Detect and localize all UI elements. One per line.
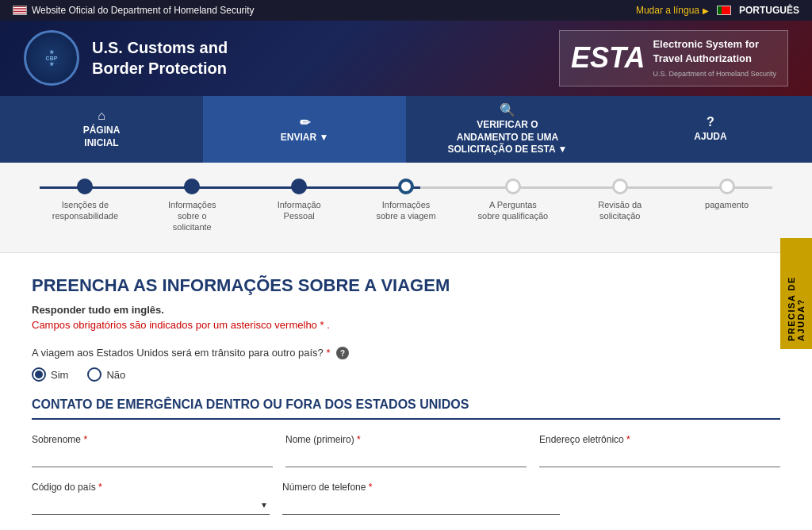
cbp-seal: ★CBP★ (24, 30, 79, 86)
transit-question-text: A viagem aos Estados Unidos será em trân… (32, 347, 780, 360)
nav-help-label: AJUDA (694, 131, 726, 144)
instruction-star: * (320, 319, 324, 331)
transit-help-icon[interactable]: ? (336, 347, 349, 359)
site-header: ★CBP★ U.S. Customs andBorder Protection … (0, 21, 812, 96)
step-1-label: Isenções deresponsabilidade (52, 199, 118, 222)
step-3-label: InformaçãoPessoal (278, 199, 321, 222)
esta-dhs: U.S. Department of Homeland Security (653, 69, 776, 79)
nav-submit[interactable]: ✏ ENVIAR ▼ (203, 96, 406, 163)
top-bar-right: Mudar a língua ▶ PORTUGUÊS (636, 5, 799, 16)
search-icon: 🔍 (500, 102, 515, 117)
instruction-period: . (327, 319, 330, 331)
step-7-circle (719, 179, 735, 194)
radio-yes-option[interactable]: Sim (32, 367, 68, 382)
radio-yes-circle[interactable] (32, 367, 46, 382)
phone-label: Número de telefone * (282, 482, 560, 493)
first-name-input[interactable] (285, 448, 527, 467)
step-2-label: Informaçõessobre osolicitante (168, 199, 216, 233)
step-6-circle (612, 179, 628, 194)
header-left: ★CBP★ U.S. Customs andBorder Protection (24, 30, 228, 86)
home-icon: ⌂ (98, 109, 105, 123)
step-6-label: Revisão dasolicitação (598, 199, 642, 222)
instruction-english: Responder tudo em inglês. (32, 304, 780, 316)
radio-no-circle[interactable] (87, 367, 102, 382)
email-input[interactable] (539, 448, 780, 467)
emergency-section-title: CONTATO DE EMERGÊNCIA DENTRO OU FORA DOS… (32, 398, 780, 420)
transit-question-block: A viagem aos Estados Unidos será em trân… (32, 347, 780, 382)
step-1-circle (77, 179, 93, 194)
last-name-field: Sobrenome * (32, 434, 273, 467)
step-1: Isenções deresponsabilidade (32, 179, 139, 222)
page-title: PREENCHA AS INFORMAÇÕES SOBRE A VIAGEM (32, 275, 780, 296)
step-7-label: pagamento (705, 199, 749, 210)
side-help-container[interactable]: PRECISA DE AJUDA? (780, 238, 812, 349)
step-4-circle (398, 179, 414, 194)
emergency-section: CONTATO DE EMERGÊNCIA DENTRO OU FORA DOS… (32, 398, 780, 515)
step-2-circle (184, 179, 200, 194)
country-code-select-wrapper: +1 (USA) +55 (Brasil) ▼ (32, 496, 270, 515)
nav-home[interactable]: ⌂ PÁGINAINICIAL (0, 96, 203, 163)
esta-wordmark: ESTA (571, 41, 645, 75)
form-row-2: Código do país * +1 (USA) +55 (Brasil) ▼… (32, 482, 780, 515)
current-language: PORTUGUÊS (739, 5, 799, 16)
agency-name: U.S. Customs andBorder Protection (92, 37, 228, 79)
nav-help[interactable]: ? AJUDA (609, 96, 812, 163)
progress-track: Isenções deresponsabilidade Informaçõess… (32, 179, 780, 233)
esta-subtitle: Electronic System for Travel Authorizati… (653, 37, 776, 79)
agency-name-text: U.S. Customs andBorder Protection (92, 37, 228, 79)
transit-radio-group: Sim Não (32, 367, 780, 382)
country-code-select[interactable]: +1 (USA) +55 (Brasil) (32, 496, 270, 515)
last-name-input[interactable] (32, 448, 273, 467)
step-5-label: A Perguntassobre qualificação (478, 199, 549, 222)
country-code-field: Código do país * +1 (USA) +55 (Brasil) ▼ (32, 482, 270, 515)
step-5: A Perguntassobre qualificação (459, 179, 566, 222)
esta-logo: ESTA Electronic System for Travel Author… (559, 30, 788, 86)
form-row-1: Sobrenome * Nome (primeiro) * Endereço e… (32, 434, 780, 467)
nav-home-label: PÁGINAINICIAL (83, 125, 121, 149)
step-7: pagamento (673, 179, 780, 210)
last-name-label: Sobrenome * (32, 434, 273, 445)
instruction-required: Campos obrigatórios são indicados por um… (32, 319, 780, 331)
main-content: PREENCHA AS INFORMAÇÕES SOBRE A VIAGEM R… (0, 253, 812, 530)
step-6: Revisão dasolicitação (566, 179, 673, 222)
transit-question-label: A viagem aos Estados Unidos será em trân… (32, 347, 324, 359)
step-4-label: Informaçõessobre a viagem (376, 199, 435, 222)
nav-check-label: VERIFICAR OANDAMENTO DE UMASOLICITAÇÃO D… (448, 119, 568, 156)
country-code-star: * (98, 482, 102, 493)
pt-flag-icon (717, 6, 731, 15)
first-name-field: Nome (primeiro) * (285, 434, 527, 467)
lang-arrow-icon: ▶ (703, 6, 709, 15)
first-name-label: Nome (primeiro) * (285, 434, 527, 445)
top-bar-left: Website Oficial do Department of Homelan… (13, 5, 255, 16)
email-field: Endereço eletrônico * (539, 434, 780, 467)
esta-subtitle-line2: Travel Authorization (653, 52, 776, 66)
step-3: InformaçãoPessoal (246, 179, 353, 222)
esta-subtitle-line1: Electronic System for (653, 37, 776, 52)
pencil-icon: ✏ (300, 115, 310, 130)
last-name-star: * (83, 434, 87, 445)
phone-star: * (369, 482, 373, 493)
site-label: Website Oficial do Department of Homelan… (32, 5, 255, 16)
country-code-label: Código do país * (32, 482, 270, 493)
us-flag-icon (13, 6, 27, 15)
step-4: Informaçõessobre a viagem (353, 179, 460, 222)
question-icon: ? (707, 115, 714, 129)
phone-input[interactable] (282, 496, 560, 515)
language-switch[interactable]: Mudar a língua ▶ (636, 5, 709, 16)
step-5-circle (505, 179, 521, 194)
step-2: Informaçõessobre osolicitante (139, 179, 246, 233)
radio-no-option[interactable]: Não (87, 367, 125, 382)
step-3-circle (291, 179, 307, 194)
main-nav: ⌂ PÁGINAINICIAL ✏ ENVIAR ▼ 🔍 VERIFICAR O… (0, 96, 812, 163)
nav-check[interactable]: 🔍 VERIFICAR OANDAMENTO DE UMASOLICITAÇÃO… (406, 96, 609, 163)
nav-submit-label: ENVIAR ▼ (281, 132, 329, 144)
phone-field: Número de telefone * (282, 482, 560, 515)
email-label: Endereço eletrônico * (539, 434, 780, 445)
side-help-label: PRECISA DE AJUDA? (787, 246, 806, 341)
progress-section: Isenções deresponsabilidade Informaçõess… (0, 163, 812, 253)
esta-box: ESTA Electronic System for Travel Author… (559, 30, 788, 86)
side-help-button[interactable]: PRECISA DE AJUDA? (780, 238, 812, 349)
instruction-red-text: Campos obrigatórios são indicados por um… (32, 319, 317, 331)
transit-required-star: * (326, 347, 330, 359)
radio-no-label: Não (106, 369, 125, 381)
